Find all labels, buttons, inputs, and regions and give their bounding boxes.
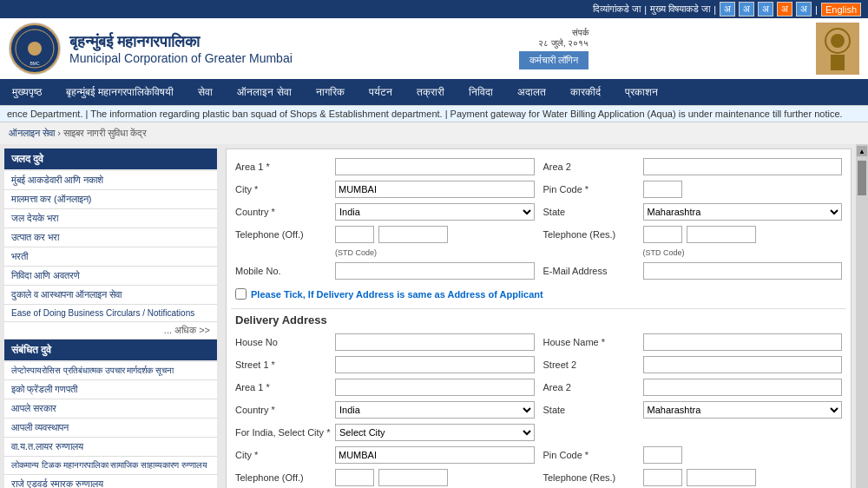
area1-label: Area 1 *	[235, 162, 331, 172]
street1-input[interactable]	[335, 356, 535, 373]
tel-off-row: Telephone (Off.)	[235, 226, 535, 243]
sidebar-item-statistics[interactable]: मुंबई आकडेवारी आणि नकाशे	[4, 171, 217, 190]
house-no-row: House No	[235, 333, 535, 351]
state-del-select[interactable]: Maharashtra	[643, 401, 843, 419]
state-del-label: State	[543, 405, 639, 415]
sidebar-item-shops[interactable]: दुकाले व आस्थापना ऑनलाइन सेवा	[4, 286, 217, 305]
header-title: बृहन्मुंबई महानगरपालिका Municipal Corpor…	[69, 33, 293, 65]
quick-links-more[interactable]: ... अधिक >>	[4, 322, 217, 340]
svg-rect-7	[831, 55, 845, 70]
area2-label: Area 2	[543, 162, 639, 172]
tel-off-num[interactable]	[378, 226, 448, 243]
area2-del-input[interactable]	[643, 379, 843, 396]
sidebar-item-hospital2[interactable]: लोकमान्य टिळक महानगरपालिका सामाजिक साहाय…	[4, 457, 217, 475]
std-right-row: (STD Code)	[543, 248, 843, 257]
area1-input[interactable]	[335, 158, 535, 175]
nav-home[interactable]: मुख्यपृष्ठ	[0, 79, 54, 105]
sidebar-item-gov[interactable]: आपले सरकार	[4, 399, 217, 419]
pincode-input[interactable]	[643, 181, 682, 198]
font-size-btn-3[interactable]: अ	[758, 2, 773, 16]
country-del-select[interactable]: India	[335, 401, 535, 419]
disability-link[interactable]: दिव्यांगांकडे जा	[593, 3, 641, 15]
mobile-row: Mobile No.	[235, 262, 535, 280]
ticker-text: ence Department. | The information regar…	[7, 109, 843, 119]
state-row: State Maharashtra	[543, 203, 843, 221]
nav-tourism[interactable]: पर्यटन	[357, 79, 404, 105]
scroll-track	[857, 156, 867, 488]
main-content-link[interactable]: मुख्य विषयाकडे जा	[650, 3, 710, 15]
nav-career[interactable]: कारकीर्द	[558, 79, 613, 105]
scroll-up-arrow[interactable]: ▲	[857, 146, 867, 156]
sidebar-item-recruitment[interactable]: भरती	[4, 247, 217, 267]
state-del-row: State Maharashtra	[543, 401, 843, 419]
email-input[interactable]	[643, 262, 843, 280]
country-row: Country * India	[235, 203, 535, 221]
nav-citizen[interactable]: नागरिक	[304, 79, 357, 105]
state-label: State	[543, 207, 639, 217]
sidebar-item-income-tax[interactable]: उत्पात कर भरा	[4, 228, 217, 247]
city-del-input[interactable]	[335, 446, 535, 464]
sidebar-item-lepto[interactable]: लेप्टोस्पायरोसिस प्रतिबंधात्मक उपचार मार…	[4, 362, 217, 380]
org-name-marathi: बृहन्मुंबई महानगरपालिका	[69, 33, 293, 51]
house-no-input[interactable]	[335, 333, 535, 351]
nav-bar: मुख्यपृष्ठ बृहन्मुंबई महानगरपालिकेविषयी …	[0, 79, 868, 105]
mobile-input[interactable]	[335, 262, 535, 280]
english-btn[interactable]: English	[821, 3, 861, 16]
breadcrumb-home[interactable]: ऑनलाइन सेवा	[9, 128, 55, 138]
std-code-left: (STD Code)	[335, 248, 377, 257]
employee-login-btn[interactable]: कर्मचारी लॉगिन	[519, 51, 589, 69]
country-label: Country *	[235, 207, 331, 217]
tel-res-del-std[interactable]	[643, 469, 682, 486]
news-ticker: ence Department. | The information regar…	[0, 105, 868, 122]
country-del-row: Country * India	[235, 401, 535, 419]
tel-res-std[interactable]	[643, 226, 682, 243]
tel-res-num[interactable]	[687, 226, 756, 243]
area2-del-label: Area 2	[543, 382, 639, 392]
font-size-btn-2[interactable]: अ	[739, 2, 754, 16]
nav-publication[interactable]: प्रकाशन	[613, 79, 670, 105]
house-name-input[interactable]	[643, 333, 843, 351]
country-del-label: Country *	[235, 405, 331, 415]
tel-off-del-num[interactable]	[378, 469, 448, 486]
select-city-select[interactable]: Select City	[335, 424, 535, 441]
sidebar-item-ganpati[interactable]: इको फ्रेंडली गणपती	[4, 380, 217, 399]
org-name-english: Municipal Corporation of Greater Mumbai	[69, 51, 293, 65]
state-select[interactable]: Maharashtra	[643, 203, 843, 221]
same-address-checkbox[interactable]	[235, 288, 247, 300]
sidebar-item-property-tax[interactable]: मालमत्ता कर (ऑनलाइन)	[4, 190, 217, 209]
nav-court[interactable]: अदालत	[505, 79, 558, 105]
scroll-thumb[interactable]	[858, 161, 866, 195]
tel-off-std[interactable]	[335, 226, 374, 243]
sidebar-item-water-bill[interactable]: जल देयके भरा	[4, 209, 217, 228]
nav-tender[interactable]: निविदा	[457, 79, 505, 105]
country-select[interactable]: India	[335, 203, 535, 221]
city-input[interactable]	[335, 181, 535, 198]
nav-services[interactable]: सेवा	[186, 79, 225, 105]
pincode-del-input[interactable]	[643, 446, 682, 464]
tel-res-label: Telephone (Res.)	[543, 229, 639, 240]
nav-online[interactable]: ऑनलाइन सेवा	[225, 79, 303, 105]
area2-input[interactable]	[643, 158, 843, 175]
sidebar-item-hospital3[interactable]: राजे एडवर्ड स्मारक रुग्णालय	[4, 475, 217, 488]
sidebar-item-ease[interactable]: Ease of Doing Business Circulars / Notif…	[4, 305, 217, 322]
delivery-form: House No House Name * Street 1 * Street …	[231, 329, 846, 488]
font-size-btn-5[interactable]: अ	[796, 2, 812, 16]
area1-del-input[interactable]	[335, 379, 535, 396]
svg-point-2	[28, 42, 42, 56]
header-right: संपर्क २८ जुले, २०१५ कर्मचारी लॉगिन	[519, 28, 589, 69]
tel-off-del-std[interactable]	[335, 469, 374, 486]
nav-complaints[interactable]: तक्रारी	[404, 79, 457, 105]
sidebar-item-tender[interactable]: निविदा आणि अवतरणे	[4, 267, 217, 286]
font-size-btn-4[interactable]: अ	[777, 2, 792, 16]
delivery-header: Delivery Address	[231, 308, 846, 329]
sidebar-item-admin[interactable]: आपली व्यवस्थापन	[4, 419, 217, 438]
area2-row: Area 2	[543, 158, 843, 175]
top-bar: दिव्यांगांकडे जा | मुख्य विषयाकडे जा | अ…	[0, 0, 868, 18]
nav-about[interactable]: बृहन्मुंबई महानगरपालिकेविषयी	[54, 79, 186, 105]
select-city-row: For India, Select City * Select City	[235, 424, 535, 441]
street2-input[interactable]	[643, 356, 843, 373]
scrollbar[interactable]: ▲ ▼	[856, 144, 868, 488]
font-size-btn-1[interactable]: अ	[720, 2, 735, 16]
tel-res-del-num[interactable]	[687, 469, 756, 486]
sidebar-item-hospital1[interactable]: वा.य.त.लायर रुग्णालय	[4, 438, 217, 457]
